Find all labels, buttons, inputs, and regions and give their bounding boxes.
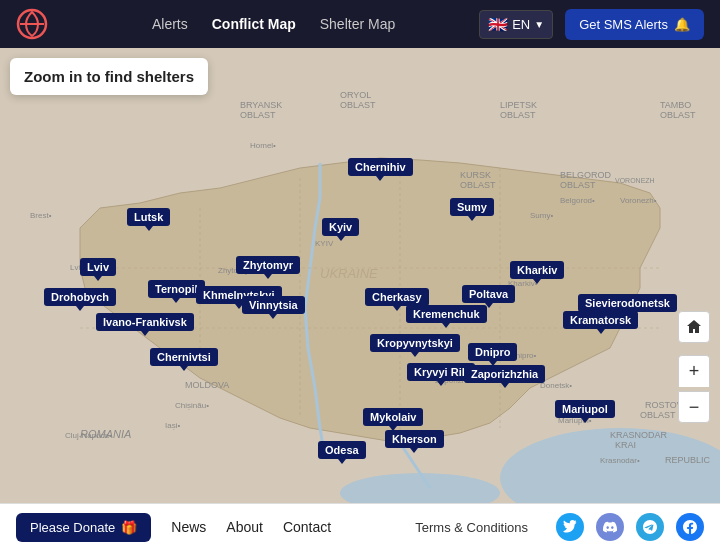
svg-text:Brest•: Brest• [30,211,52,220]
city-label-odesa[interactable]: Odesa [318,441,366,459]
svg-text:KYIV: KYIV [315,239,334,248]
svg-text:KRAI: KRAI [615,440,636,450]
city-label-mariupol[interactable]: Mariupol [555,400,615,418]
svg-text:LIPETSK: LIPETSK [500,100,537,110]
svg-text:Chișinău•: Chișinău• [175,401,209,410]
city-label-lutsk[interactable]: Lutsk [127,208,170,226]
svg-text:OBLAST: OBLAST [340,100,376,110]
city-label-kropyvnytskyi[interactable]: Kropyvnytskyi [370,334,460,352]
city-label-sievierodonetsk[interactable]: Sievierodonetsk [578,294,677,312]
svg-text:Iași•: Iași• [165,421,180,430]
svg-text:OBLAST: OBLAST [560,180,596,190]
zoom-tooltip: Zoom in to find shelters [10,58,208,95]
footer-left: Please Donate 🎁 News About Contact [16,513,331,542]
svg-text:VORONEZH: VORONEZH [615,177,655,184]
city-label-kherson[interactable]: Kherson [385,430,444,448]
zoom-tooltip-text: Zoom in to find shelters [24,68,194,85]
svg-text:OBLAST: OBLAST [500,110,536,120]
svg-text:Cluj-Napoca•: Cluj-Napoca• [65,431,112,440]
gift-icon: 🎁 [121,520,137,535]
lang-selector[interactable]: 🇬🇧 EN ▼ [479,10,553,39]
city-label-dnipro[interactable]: Dnipro [468,343,517,361]
city-label-poltava[interactable]: Poltava [462,285,515,303]
city-label-drohobych[interactable]: Drohobych [44,288,116,306]
svg-text:OBLAST: OBLAST [660,110,696,120]
svg-text:KRASNODAR: KRASNODAR [610,430,668,440]
nav-shelter-map[interactable]: Shelter Map [320,16,395,32]
facebook-icon[interactable] [676,513,704,541]
lang-label: EN [512,17,530,32]
footer-link-news[interactable]: News [171,519,206,535]
city-label-kramatorsk[interactable]: Kramatorsk [563,311,638,329]
header: Alerts Conflict Map Shelter Map 🇬🇧 EN ▼ … [0,0,720,48]
svg-text:Belgorod•: Belgorod• [560,196,595,205]
svg-text:UKRAINE: UKRAINE [320,266,378,281]
city-label-vinnytsia[interactable]: Vinnytsia [242,296,305,314]
map-container[interactable]: BRYANSK OBLAST ORYOL OBLAST LIPETSK OBLA… [0,48,720,503]
svg-text:ORYOL: ORYOL [340,90,371,100]
svg-text:OBLAST: OBLAST [240,110,276,120]
telegram-icon[interactable] [636,513,664,541]
sms-btn-label: Get SMS Alerts [579,17,668,32]
nav-alerts[interactable]: Alerts [152,16,188,32]
map-home-button[interactable] [678,311,710,343]
city-label-kremenchuk[interactable]: Kremenchuk [406,305,487,323]
svg-text:REPUBLIC: REPUBLIC [665,455,711,465]
donate-button[interactable]: Please Donate 🎁 [16,513,151,542]
bell-icon: 🔔 [674,17,690,32]
donate-label: Please Donate [30,520,115,535]
city-label-kyiv[interactable]: Kyiv [322,218,359,236]
city-label-ivano-frankivsk[interactable]: Ivano-Frankivsk [96,313,194,331]
logo-icon[interactable] [16,8,48,40]
svg-text:OBLAST: OBLAST [460,180,496,190]
svg-text:KURSK: KURSK [460,170,491,180]
zoom-in-button[interactable]: + [678,355,710,387]
footer: Please Donate 🎁 News About Contact Terms… [0,503,720,550]
city-label-chernihiv[interactable]: Chernihiv [348,158,413,176]
sms-button[interactable]: Get SMS Alerts 🔔 [565,9,704,40]
city-label-lviv[interactable]: Lviv [80,258,116,276]
terms-link[interactable]: Terms & Conditions [415,520,528,535]
chevron-down-icon: ▼ [534,19,544,30]
svg-text:Voronezh•: Voronezh• [620,196,657,205]
svg-text:TAMBO: TAMBO [660,100,691,110]
twitter-icon[interactable] [556,513,584,541]
svg-text:Donetsk•: Donetsk• [540,381,572,390]
svg-text:Homel•: Homel• [250,141,276,150]
city-label-zaporizhzhia[interactable]: Zaporizhzhia [464,365,545,383]
discord-icon[interactable] [596,513,624,541]
footer-link-about[interactable]: About [226,519,263,535]
city-label-sumy[interactable]: Sumy [450,198,494,216]
svg-text:Sumy•: Sumy• [530,211,553,220]
nav: Alerts Conflict Map Shelter Map [68,16,479,32]
city-label-kharkiv[interactable]: Kharkiv [510,261,564,279]
footer-right: Terms & Conditions [415,513,704,541]
footer-link-contact[interactable]: Contact [283,519,331,535]
map-controls: + − [678,311,710,423]
svg-text:BELGOROD: BELGOROD [560,170,612,180]
zoom-out-button[interactable]: − [678,391,710,423]
svg-text:OBLAST: OBLAST [640,410,676,420]
city-label-zhytomyr[interactable]: Zhytomyr [236,256,300,274]
svg-text:MOLDOVA: MOLDOVA [185,380,229,390]
city-label-chernivtsi[interactable]: Chernivtsi [150,348,218,366]
city-label-mykolaiv[interactable]: Mykolaiv [363,408,423,426]
nav-conflict-map[interactable]: Conflict Map [212,16,296,32]
city-label-cherkasy[interactable]: Cherkasy [365,288,429,306]
svg-text:Krasnodar•: Krasnodar• [600,456,640,465]
svg-text:BRYANSK: BRYANSK [240,100,282,110]
